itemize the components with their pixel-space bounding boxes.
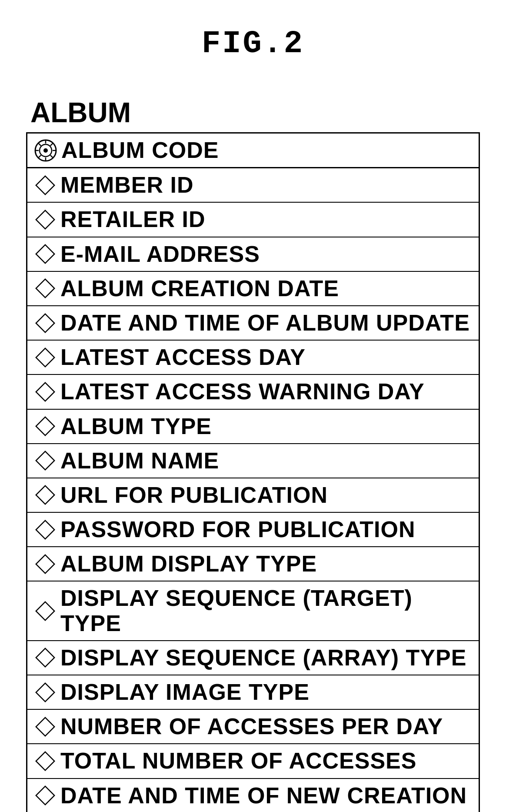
svg-rect-11 [36, 176, 54, 194]
row-label-album-display-type: ALBUM DISPLAY TYPE [60, 551, 317, 576]
row-label-album-code: ALBUM CODE [61, 138, 219, 163]
table-row-member-id: MEMBER ID [27, 168, 479, 203]
row-label-date-time-album-update: DATE AND TIME OF ALBUM UPDATE [60, 311, 470, 335]
svg-rect-23 [36, 601, 54, 620]
row-label-album-type: ALBUM TYPE [60, 414, 212, 439]
diamond-icon [34, 415, 56, 437]
row-label-date-time-new-creation: DATE AND TIME OF NEW CREATION [60, 783, 467, 808]
table-row-album-type: ALBUM TYPE [27, 410, 479, 444]
svg-rect-14 [36, 279, 54, 297]
svg-rect-27 [36, 752, 54, 770]
svg-rect-20 [36, 486, 54, 504]
table-row-total-number-of-accesses: TOTAL NUMBER OF ACCESSES [27, 744, 479, 779]
row-label-latest-access-day: LATEST ACCESS DAY [60, 345, 306, 370]
table-row-email-address: E-MAIL ADDRESS [27, 237, 479, 272]
row-label-email-address: E-MAIL ADDRESS [60, 242, 260, 267]
row-label-number-of-accesses-per-day: NUMBER OF ACCESSES PER DAY [60, 714, 443, 739]
row-label-password-for-publication: PASSWORD FOR PUBLICATION [60, 517, 416, 542]
svg-rect-12 [36, 211, 54, 229]
row-label-display-sequence-array-type: DISPLAY SEQUENCE (ARRAY) TYPE [60, 645, 466, 670]
svg-rect-25 [36, 683, 54, 701]
svg-point-10 [43, 148, 48, 153]
diamond-icon [34, 243, 56, 265]
table-row-latest-access-warning-day: LATEST ACCESS WARNING DAY [27, 375, 479, 409]
svg-rect-24 [36, 648, 54, 667]
table-row-album-creation-date: ALBUM CREATION DATE [27, 272, 479, 306]
diamond-icon [34, 450, 56, 471]
row-label-album-name: ALBUM NAME [60, 448, 219, 473]
diamond-icon [34, 174, 56, 196]
table-row-number-of-accesses-per-day: NUMBER OF ACCESSES PER DAY [27, 710, 479, 744]
diamond-icon [34, 381, 56, 403]
row-label-total-number-of-accesses: TOTAL NUMBER OF ACCESSES [60, 749, 416, 773]
table-row-password-for-publication: PASSWORD FOR PUBLICATION [27, 513, 479, 547]
svg-rect-13 [36, 245, 54, 263]
svg-rect-26 [36, 718, 54, 736]
diamond-icon [34, 647, 56, 668]
row-label-display-image-type: DISPLAY IMAGE TYPE [60, 680, 310, 705]
row-label-url-for-publication: URL FOR PUBLICATION [60, 483, 328, 508]
diamond-icon [34, 519, 56, 541]
svg-line-6 [38, 143, 41, 146]
diamond-icon [34, 277, 56, 299]
row-label-retailer-id: RETAILER ID [60, 207, 206, 232]
svg-line-7 [50, 155, 53, 157]
table-row-url-for-publication: URL FOR PUBLICATION [27, 478, 479, 513]
table-row-date-time-new-creation: DATE AND TIME OF NEW CREATION [27, 779, 479, 812]
diamond-icon [34, 553, 56, 575]
table-row-date-time-album-update: DATE AND TIME OF ALBUM UPDATE [27, 306, 479, 341]
table-row-album-display-type: ALBUM DISPLAY TYPE [27, 547, 479, 581]
diamond-icon [34, 785, 56, 806]
diamond-icon [34, 484, 56, 506]
svg-rect-18 [36, 417, 54, 435]
table-row-album-name: ALBUM NAME [27, 444, 479, 478]
table-row-display-image-type: DISPLAY IMAGE TYPE [27, 675, 479, 710]
svg-rect-17 [36, 383, 54, 401]
diamond-icon [34, 312, 56, 334]
album-table: ALBUM CODE MEMBER ID RETAILER ID E-MAIL … [26, 132, 480, 812]
svg-rect-16 [36, 348, 54, 367]
svg-rect-21 [36, 520, 54, 538]
table-row-latest-access-day: LATEST ACCESS DAY [27, 341, 479, 375]
row-label-album-creation-date: ALBUM CREATION DATE [60, 276, 339, 301]
svg-rect-15 [36, 314, 54, 332]
row-label-member-id: MEMBER ID [60, 173, 194, 197]
svg-rect-19 [36, 451, 54, 470]
section-label: ALBUM [26, 97, 480, 129]
table-row-album-code: ALBUM CODE [27, 134, 479, 168]
table-row-display-sequence-array-type: DISPLAY SEQUENCE (ARRAY) TYPE [27, 641, 479, 675]
row-label-display-sequence-target-type: DISPLAY SEQUENCE (TARGET) TYPE [60, 586, 472, 635]
svg-rect-28 [36, 786, 54, 805]
diamond-icon [34, 682, 56, 703]
page-title: FIG.2 [26, 26, 480, 62]
key-icon [34, 139, 57, 162]
diamond-icon [34, 347, 56, 368]
svg-line-8 [50, 143, 53, 146]
table-row-display-sequence-target-type: DISPLAY SEQUENCE (TARGET) TYPE [27, 581, 479, 641]
diamond-icon [34, 600, 56, 622]
diamond-icon [34, 750, 56, 772]
table-row-retailer-id: RETAILER ID [27, 203, 479, 237]
row-label-latest-access-warning-day: LATEST ACCESS WARNING DAY [60, 379, 425, 404]
diamond-icon [34, 209, 56, 231]
svg-rect-22 [36, 555, 54, 573]
diamond-icon [34, 716, 56, 738]
svg-line-9 [38, 155, 41, 157]
